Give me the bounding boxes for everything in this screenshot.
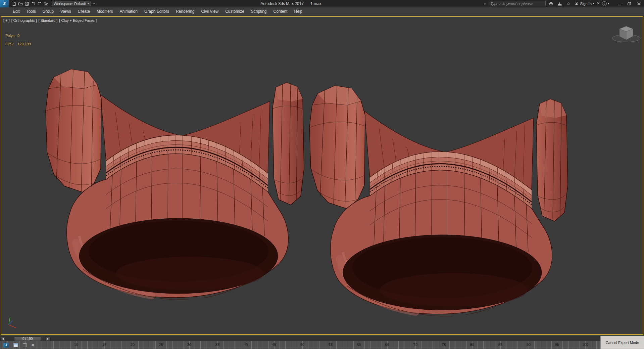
menu-customize[interactable]: Customize [222, 7, 248, 15]
ruler-frame-20: 20 [131, 343, 135, 347]
close-icon[interactable] [636, 1, 642, 7]
search-input[interactable] [489, 1, 546, 6]
redo-icon[interactable] [36, 1, 43, 7]
menu-civil-view[interactable]: Civil View [198, 7, 222, 15]
time-slider[interactable]: ◀ 0 / 100 ▶ [0, 336, 600, 341]
world-axis-gizmo [9, 317, 16, 328]
ruler-frame-85: 85 [498, 343, 502, 347]
close-icon[interactable]: ✕ [31, 343, 34, 347]
menu-group[interactable]: Group [39, 7, 57, 15]
open-file-name: 1.max [310, 1, 321, 6]
viewport-statistics: Polys: 0 FPS: 129,199 [5, 34, 31, 50]
app-window: { "window": { "logo_text": "3", "title":… [0, 0, 644, 349]
ruler-frame-10: 10 [74, 343, 78, 347]
workspace-label: Workspace: Default [54, 2, 86, 6]
app-title-text: Autodesk 3ds Max 2017 [260, 1, 304, 6]
infocenter-bar: ▸ ☆ Sign In ▾ ✕ ? ▾ [485, 0, 644, 7]
open-file-icon[interactable] [17, 1, 23, 7]
ruler-frame-65: 65 [385, 343, 389, 347]
timeline-area: ◀ 0 / 100 ▶ 1015202530354045505560657075… [0, 336, 644, 349]
ruler-frame-45: 45 [272, 343, 276, 347]
save-file-icon[interactable] [23, 1, 30, 7]
chevron-down-icon: ▾ [608, 2, 609, 5]
menu-views[interactable]: Views [57, 7, 75, 15]
stats-polys: Polys: 0 [5, 34, 31, 38]
ruler-frame-100: 100 [582, 343, 588, 347]
viewport-pov-label[interactable]: [ Orthographic ] [11, 18, 37, 23]
menu-tools[interactable]: Tools [23, 7, 39, 15]
mini-toolbar: 3 ✕ [3, 342, 34, 348]
viewport-shading-label[interactable]: [ Clay + Edged Faces ] [59, 18, 97, 23]
ruler-frame-40: 40 [244, 343, 248, 347]
viewport-label: [ + ] [ Orthographic ] [ Standard ] [ Cl… [3, 18, 97, 23]
menu-create[interactable]: Create [75, 7, 93, 15]
stats-fps: FPS: 129,199 [5, 42, 31, 46]
ruler-frame-35: 35 [215, 343, 219, 347]
ruler-frame-55: 55 [329, 343, 333, 347]
user-icon [574, 1, 579, 6]
menu-modifiers[interactable]: Modifiers [93, 7, 116, 15]
viewport-canvas[interactable] [1, 17, 643, 334]
next-frame-button[interactable]: ▶ [45, 337, 50, 341]
track-bar-ruler[interactable]: 101520253035404550556065707580859095100 [0, 341, 600, 349]
new-scene-icon[interactable] [11, 1, 17, 7]
restore-icon[interactable] [626, 1, 632, 7]
menu-scripting[interactable]: Scripting [248, 7, 270, 15]
exchange-x-icon[interactable]: ✕ [597, 1, 600, 6]
ruler-frame-60: 60 [357, 343, 361, 347]
communication-center-icon[interactable] [557, 1, 563, 7]
title-bar: 3 Workspace: Default ▾ ▾ [0, 0, 644, 7]
chevron-down-icon: ▾ [88, 2, 89, 5]
menu-bar: EditToolsGroupViewsCreateModifiersAnimat… [0, 7, 644, 15]
ruler-frame-75: 75 [442, 343, 446, 347]
help-icon: ? [602, 1, 607, 6]
ruler-frame-30: 30 [187, 343, 191, 347]
workspace-selector[interactable]: Workspace: Default ▾ [52, 1, 91, 6]
ruler-frame-70: 70 [413, 343, 417, 347]
undo-icon[interactable] [30, 1, 36, 7]
cancel-expert-mode-button[interactable]: Cancel Expert Mode [600, 336, 644, 349]
empty-box-icon[interactable] [23, 343, 27, 347]
ruler-frame-80: 80 [470, 343, 474, 347]
help-control[interactable]: ? ▾ [602, 1, 609, 6]
ruler-frame-90: 90 [527, 343, 531, 347]
menu-edit[interactable]: Edit [9, 7, 23, 15]
search-box [489, 1, 546, 6]
viewport-general-menu[interactable]: [ + ] [3, 18, 10, 23]
app-logo-icon[interactable]: 3 [0, 0, 9, 7]
window-controls [616, 1, 642, 7]
sign-in-control[interactable]: Sign In ▾ [574, 1, 594, 6]
time-slider-handle[interactable]: 0 / 100 [14, 337, 41, 341]
max-taskbar-icon[interactable]: 3 [3, 343, 9, 348]
menu-rendering[interactable]: Rendering [172, 7, 198, 15]
menu-graph-editors[interactable]: Graph Editors [141, 7, 172, 15]
ruler-frame-95: 95 [555, 343, 559, 347]
menu-help[interactable]: Help [291, 7, 306, 15]
ruler-frame-50: 50 [300, 343, 304, 347]
viewport[interactable]: [ + ] [ Orthographic ] [ Standard ] [ Cl… [1, 16, 643, 335]
favorites-star-icon[interactable]: ☆ [565, 1, 572, 7]
previous-frame-button[interactable]: ◀ [0, 337, 5, 341]
model-yoke-left[interactable] [46, 69, 304, 300]
ruler-frame-25: 25 [159, 343, 163, 347]
quick-access-toolbar: 3 Workspace: Default ▾ ▾ [0, 0, 97, 7]
chevron-down-icon: ▾ [593, 2, 594, 5]
window-title: Autodesk 3ds Max 20171.max [97, 1, 485, 6]
minimize-icon[interactable] [616, 1, 623, 7]
model-yoke-right[interactable] [309, 86, 568, 316]
sign-in-label: Sign In [580, 2, 592, 6]
window-icon[interactable] [13, 343, 18, 347]
infocenter-toggle-icon[interactable]: ▸ [485, 2, 486, 5]
binoculars-search-icon[interactable] [548, 1, 554, 7]
viewport-preset-label[interactable]: [ Standard ] [38, 18, 57, 23]
project-folder-icon[interactable] [43, 1, 49, 7]
menu-content[interactable]: Content [270, 7, 291, 15]
menu-animation[interactable]: Animation [116, 7, 141, 15]
ruler-frame-15: 15 [102, 343, 106, 347]
qat-customize-button[interactable]: ▾ [91, 1, 97, 7]
view-cube[interactable] [612, 26, 640, 42]
